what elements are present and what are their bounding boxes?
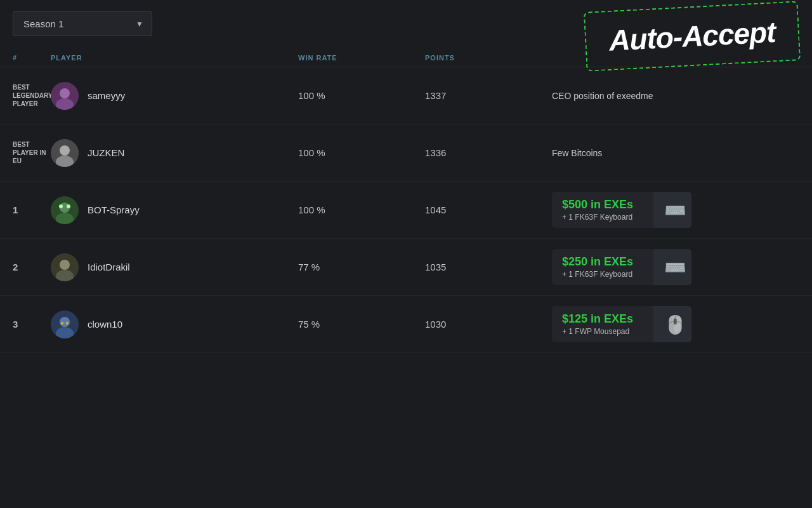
avatar [51, 311, 79, 338]
points: 1045 [425, 204, 552, 215]
auto-accept-badge: Auto-Accept [583, 1, 801, 72]
rank-cell: 1 [13, 204, 51, 215]
reward-text: Few Bitcoins [552, 148, 602, 158]
reward-sub: + 1 FK63F Keyboard [562, 213, 681, 222]
player-cell: sameyyy [51, 82, 298, 110]
season-select[interactable]: Season 1 Season 2 Season 3 [13, 11, 152, 36]
table-row: 2 IdiotDrakil 77 % 1035 $250 in EXEs + 1… [0, 239, 812, 296]
player-name: clown10 [88, 319, 122, 330]
player-cell: clown10 [51, 311, 298, 338]
win-rate: 100 % [298, 204, 425, 215]
rank-cell: 3 [13, 319, 51, 330]
svg-point-17 [61, 322, 63, 324]
reward-amount: $250 in EXEs [562, 255, 681, 269]
page-header: Season 1 Season 2 Season 3 ▼ Auto-Accept [0, 0, 812, 43]
header-rank: # [13, 54, 51, 62]
reward-amount: $125 in EXEs [562, 312, 681, 326]
reward-sub: + 1 FWP Mousepad [562, 327, 681, 336]
keyboard-icon: ⌨️ [664, 199, 686, 220]
player-name: BOT-Sprayy [88, 204, 140, 215]
rank-cell: 2 [13, 262, 51, 272]
player-cell: JUZKEN [51, 139, 298, 167]
avatar [51, 253, 79, 281]
win-rate: 100 % [298, 147, 425, 158]
reward-sub: + 1 FK63F Keyboard [562, 270, 681, 279]
player-name: JUZKEN [88, 147, 124, 158]
points: 1336 [425, 147, 552, 158]
rank-cell: BEST LEGENDARY PLAYER [13, 83, 51, 108]
table-row: BEST LEGENDARY PLAYER sameyyy 100 % 1337… [0, 67, 812, 124]
svg-point-1 [60, 88, 70, 98]
keyboard-icon: ⌨️ [664, 257, 686, 277]
reward-cell: $125 in EXEs + 1 FWP Mousepad 🖱️ [552, 306, 799, 342]
reward-amount: $500 in EXEs [562, 198, 681, 211]
svg-point-18 [66, 322, 69, 324]
header-points: POINTS [425, 54, 552, 62]
reward-cell: CEO position of exeedme [552, 91, 799, 101]
reward-badge: $125 in EXEs + 1 FWP Mousepad 🖱️ [552, 306, 691, 342]
avatar [51, 196, 79, 224]
reward-text: CEO position of exeedme [552, 91, 653, 101]
avatar [51, 82, 79, 110]
win-rate: 100 % [298, 90, 425, 101]
player-name: IdiotDrakil [88, 262, 130, 272]
win-rate: 77 % [298, 262, 425, 272]
reward-badge: $250 in EXEs + 1 FK63F Keyboard ⌨️ [552, 249, 691, 285]
header-player: PLAYER [51, 54, 298, 62]
win-rate: 75 % [298, 319, 425, 330]
points: 1030 [425, 319, 552, 330]
reward-cell: $500 in EXEs + 1 FK63F Keyboard ⌨️ [552, 192, 799, 228]
player-name: sameyyy [88, 90, 125, 101]
season-select-wrapper[interactable]: Season 1 Season 2 Season 3 ▼ [13, 11, 152, 36]
player-cell: BOT-Sprayy [51, 196, 298, 224]
avatar [51, 139, 79, 167]
svg-point-12 [60, 260, 70, 270]
points: 1337 [425, 90, 552, 101]
player-cell: IdiotDrakil [51, 253, 298, 281]
header-win-rate: WIN RATE [298, 54, 425, 62]
table-row: 3 clown10 75 % 1030 $125 in EXEs + 1 FWP… [0, 296, 812, 353]
reward-cell: $250 in EXEs + 1 FK63F Keyboard ⌨️ [552, 249, 799, 285]
reward-badge: $500 in EXEs + 1 FK63F Keyboard ⌨️ [552, 192, 691, 228]
mousepad-icon: 🖱️ [664, 314, 686, 335]
svg-point-10 [67, 204, 70, 208]
points: 1035 [425, 262, 552, 272]
svg-point-15 [60, 317, 70, 327]
svg-point-4 [60, 145, 70, 156]
svg-point-9 [59, 204, 63, 208]
auto-accept-text: Auto-Accept [608, 15, 776, 57]
table-row: BEST PLAYER IN EU JUZKEN 100 % 1336 Few … [0, 124, 812, 182]
rank-cell: BEST PLAYER IN EU [13, 140, 51, 165]
table-row: 1 BOT-Sprayy 100 % 1045 $500 in EXEs + 1… [0, 182, 812, 239]
reward-cell: Few Bitcoins [552, 148, 799, 158]
